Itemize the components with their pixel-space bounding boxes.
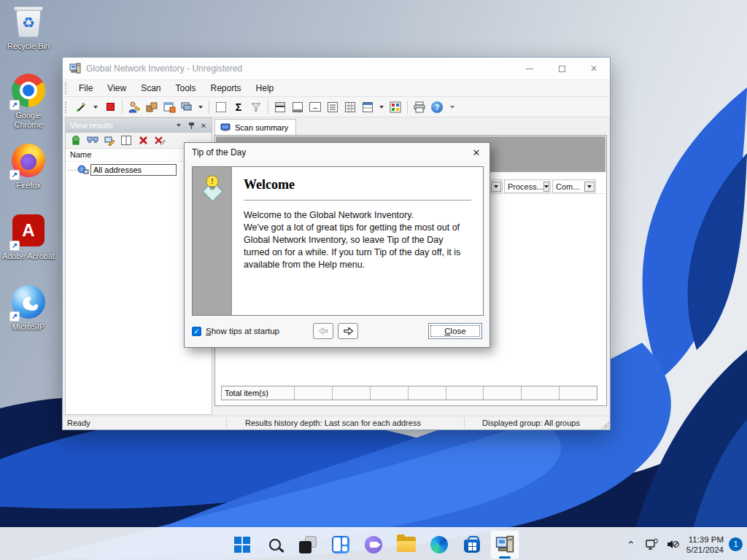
status-bar: Ready Results history depth: Last scan f… <box>63 416 610 429</box>
store-button[interactable] <box>457 530 487 559</box>
addresses-group-button[interactable] <box>86 135 99 147</box>
tip-body: Welcome Welcome to the Global Network In… <box>232 167 483 315</box>
start-button[interactable] <box>228 530 257 559</box>
widgets-button[interactable] <box>326 530 355 559</box>
edge-button[interactable] <box>425 530 454 559</box>
totals-cell <box>409 386 446 400</box>
panel-header[interactable]: View results ✕ <box>66 118 212 133</box>
status-separator <box>226 418 227 428</box>
panel-menu-dropdown-icon[interactable] <box>174 120 184 131</box>
filter-button[interactable] <box>248 99 264 115</box>
resize-grip[interactable] <box>602 421 609 429</box>
delete-results-button[interactable] <box>153 135 166 147</box>
grid-column-header[interactable]: Process... <box>504 179 551 193</box>
delete-address-button[interactable] <box>136 135 150 147</box>
table-style-dropdown[interactable] <box>377 99 386 115</box>
search-button[interactable] <box>260 530 290 559</box>
help-button[interactable]: ? <box>429 99 445 115</box>
shortcut-arrow-icon: ↗ <box>9 100 20 110</box>
tree-connector <box>68 170 77 171</box>
desktop-icon-microsip[interactable]: ↗ MicroSIP <box>1 284 55 332</box>
table-style-button[interactable] <box>360 99 376 115</box>
dialog-close-icon[interactable]: ✕ <box>469 145 484 160</box>
tip-content-frame: ! Welcome Welcome to the Global Network … <box>192 166 484 316</box>
column-filter-dropdown[interactable] <box>491 182 501 192</box>
user-credentials-button[interactable] <box>126 99 142 115</box>
computers-view-dropdown[interactable] <box>196 99 205 115</box>
next-tip-button[interactable] <box>338 323 358 339</box>
grid-borders-button[interactable] <box>213 99 229 115</box>
icon-label: MicroSIP <box>1 322 55 332</box>
dialog-close-button[interactable]: Close <box>428 323 482 339</box>
panel-pin-icon[interactable] <box>186 120 196 131</box>
file-explorer-button[interactable] <box>392 530 421 559</box>
previous-tip-button[interactable] <box>313 323 333 339</box>
minimize-button[interactable] <box>514 58 546 79</box>
search-icon <box>269 539 281 551</box>
desktop-icon-google-chrome[interactable]: ↗ Google Chrome <box>1 73 55 130</box>
menu-view[interactable]: View <box>100 81 133 96</box>
task-view-button[interactable] <box>293 530 322 559</box>
toolbar-overflow-button[interactable] <box>448 99 457 115</box>
dialog-title-bar[interactable]: Tip of the Day ✕ <box>185 143 489 162</box>
shortcut-arrow-icon: ↗ <box>9 311 20 322</box>
summary-sigma-button[interactable]: Σ <box>231 99 247 115</box>
desktop-icon-adobe-acrobat[interactable]: A ↗ Adobe Acrobat <box>1 213 55 261</box>
desktop-icon-recycle-bin[interactable]: ♻ Recycle Bin <box>1 4 55 51</box>
desktop-icon-firefox[interactable]: ↗ Firefox <box>1 143 55 190</box>
status-group: Displayed group: All groups <box>482 419 580 427</box>
toolbar-separator <box>209 101 209 114</box>
computers-view-button[interactable] <box>179 99 195 115</box>
menu-help[interactable]: Help <box>249 81 282 96</box>
inventory-packages-button[interactable] <box>144 99 160 115</box>
edit-address-button[interactable] <box>103 135 116 147</box>
table-view-button[interactable] <box>342 99 358 115</box>
widgets-icon <box>332 536 349 553</box>
tray-overflow-chevron-icon[interactable]: ⌃ <box>623 534 639 556</box>
maximize-button[interactable] <box>546 58 578 79</box>
volume-muted-icon[interactable] <box>665 534 681 556</box>
panel-close-icon[interactable]: ✕ <box>198 120 209 131</box>
toolbar: Σ ↔ ? <box>63 97 610 117</box>
columns-button[interactable] <box>120 135 133 147</box>
panel-title: View results <box>70 121 171 130</box>
recycle-symbol: ♻ <box>14 13 43 32</box>
menu-tools[interactable]: Tools <box>169 81 204 96</box>
clock[interactable]: 11:39 PM 5/21/2024 <box>686 534 724 555</box>
notification-badge[interactable]: 1 <box>729 537 743 551</box>
details-view-button[interactable] <box>325 99 341 115</box>
forward-arrow-icon <box>343 327 354 335</box>
customize-columns-button[interactable] <box>387 99 403 115</box>
tab-scan-summary[interactable]: Scan summary <box>214 119 296 135</box>
fit-width-button[interactable]: ↔ <box>307 99 323 115</box>
split-horizontal-button[interactable] <box>272 99 288 115</box>
column-filter-dropdown[interactable] <box>584 182 595 192</box>
show-tips-checkbox[interactable]: ✓ <box>192 327 201 336</box>
bottom-panel-button[interactable] <box>290 99 306 115</box>
all-addresses-label[interactable]: All addresses <box>90 164 177 176</box>
grid-column-header[interactable]: Com... <box>552 179 596 193</box>
scan-options-dropdown[interactable] <box>90 99 101 115</box>
new-window-button[interactable] <box>161 99 177 115</box>
menu-bar: File View Scan Tools Reports Help <box>63 79 610 97</box>
network-icon[interactable] <box>644 534 660 556</box>
menu-scan[interactable]: Scan <box>133 81 168 96</box>
menu-reports[interactable]: Reports <box>204 81 249 96</box>
add-address-button[interactable] <box>69 135 82 147</box>
monitor-icon <box>220 123 231 132</box>
stop-scan-button[interactable] <box>102 99 118 115</box>
system-tray: ⌃ 11:39 PM 5/21/2024 1 <box>623 528 743 560</box>
show-tips-label[interactable]: Show tips at startup <box>206 327 279 335</box>
scan-wizard-button[interactable] <box>73 99 89 115</box>
icon-label: Adobe Acrobat <box>1 252 55 261</box>
file-explorer-icon <box>397 537 416 552</box>
column-filter-dropdown[interactable] <box>543 182 549 192</box>
menu-file[interactable]: File <box>71 81 100 96</box>
close-button[interactable]: ✕ <box>578 58 610 79</box>
title-bar[interactable]: Global Network Inventory - Unregistered … <box>63 58 610 79</box>
taskbar: ⌃ 11:39 PM 5/21/2024 1 <box>0 527 747 560</box>
print-button[interactable] <box>411 99 427 115</box>
chat-button[interactable] <box>359 530 388 559</box>
toolbar-separator <box>268 101 268 114</box>
gni-taskbar-button[interactable] <box>490 530 519 559</box>
